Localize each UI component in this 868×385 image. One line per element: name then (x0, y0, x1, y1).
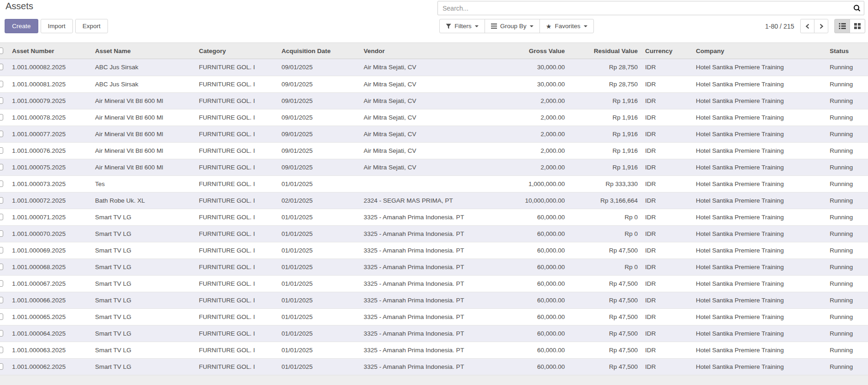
table-row[interactable]: 1.001.000079.2025Air Mineral Vit Btl 600… (0, 92, 868, 109)
cell-number: 1.001.000072.2025 (8, 192, 91, 209)
chevron-left-icon (805, 24, 810, 29)
column-header-status[interactable]: Status (826, 43, 868, 59)
cell-gross: 1,000,000.00 (476, 176, 569, 192)
table-row[interactable]: 1.001.000069.2025Smart TV LGFURNITURE GO… (0, 242, 868, 259)
pager-next-button[interactable] (814, 19, 828, 33)
import-button[interactable]: Import (41, 19, 73, 33)
column-header-asset-number[interactable]: Asset Number (8, 43, 91, 59)
cell-residual: Rp 28,750 (569, 59, 641, 76)
row-checkbox[interactable] (0, 230, 3, 237)
table-row[interactable]: 1.001.000071.2025Smart TV LGFURNITURE GO… (0, 209, 868, 225)
cell-category: FURNITURE GOL. I (195, 93, 278, 109)
cell-date: 01/01/2025 (278, 259, 360, 275)
table-row[interactable]: 1.001.000076.2025Air Mineral Vit Btl 600… (0, 142, 868, 159)
table-row[interactable]: 1.001.000065.2025Smart TV LGFURNITURE GO… (0, 308, 868, 325)
cell-currency: IDR (641, 325, 692, 342)
row-checkbox[interactable] (0, 180, 3, 187)
table-row[interactable]: 1.001.000081.2025ABC Jus SirsakFURNITURE… (0, 76, 868, 92)
row-checkbox[interactable] (0, 164, 3, 170)
table-row[interactable]: 1.001.000067.2025Smart TV LGFURNITURE GO… (0, 275, 868, 292)
row-checkbox[interactable] (0, 297, 3, 303)
column-header-currency[interactable]: Currency (641, 43, 692, 59)
table-row[interactable]: 1.001.000075.2025Air Mineral Vit Btl 600… (0, 159, 868, 175)
column-header-category[interactable]: Category (195, 43, 278, 59)
row-checkbox[interactable] (0, 313, 3, 320)
table-row[interactable]: 1.001.000066.2025Smart TV LGFURNITURE GO… (0, 292, 868, 308)
cell-number: 1.001.000075.2025 (8, 159, 91, 175)
row-checkbox[interactable] (0, 363, 3, 370)
cell-gross: 2,000.00 (476, 143, 569, 159)
cell-name: Air Mineral Vit Btl 600 Ml (91, 126, 195, 142)
row-checkbox[interactable] (0, 347, 3, 353)
assets-table: Asset Number Asset Name Category Acquisi… (0, 42, 868, 385)
cell-name: Smart TV LG (91, 242, 195, 259)
cell-number: 1.001.000077.2025 (8, 126, 91, 142)
column-header-company[interactable]: Company (692, 43, 826, 59)
column-header-vendor[interactable]: Vendor (360, 43, 476, 59)
table-row[interactable]: 1.001.000072.2025Bath Robe Uk. XLFURNITU… (0, 192, 868, 209)
pager-nav (800, 19, 828, 33)
cell-residual: Rp 1,916 (569, 109, 641, 126)
table-row[interactable]: 1.001.000073.2025TesFURNITURE GOL. I01/0… (0, 175, 868, 192)
cell-currency: IDR (641, 76, 692, 92)
pager-previous-button[interactable] (800, 19, 814, 33)
row-checkbox[interactable] (0, 131, 3, 137)
cell-currency: IDR (641, 109, 692, 126)
cell-company: Hotel Santika Premiere Training (692, 259, 826, 275)
row-checkbox[interactable] (0, 147, 3, 154)
cell-number: 1.001.000082.2025 (8, 59, 91, 76)
row-checkbox[interactable] (0, 64, 3, 70)
cell-currency: IDR (641, 309, 692, 325)
table-row[interactable]: 1.001.000082.2025ABC Jus SirsakFURNITURE… (0, 59, 868, 76)
cell-date: 09/01/2025 (278, 109, 360, 126)
cell-company: Hotel Santika Premiere Training (692, 176, 826, 192)
cell-company: Hotel Santika Premiere Training (692, 159, 826, 175)
row-checkbox[interactable] (0, 97, 3, 104)
column-header-gross-value[interactable]: Gross Value (476, 43, 569, 59)
cell-category: FURNITURE GOL. I (195, 242, 278, 259)
table-row[interactable]: 1.001.000068.2025Smart TV LGFURNITURE GO… (0, 259, 868, 275)
select-all-checkbox[interactable] (0, 48, 3, 54)
row-checkbox[interactable] (0, 114, 3, 120)
row-checkbox[interactable] (0, 264, 3, 270)
table-row[interactable]: 1.001.000077.2025Air Mineral Vit Btl 600… (0, 126, 868, 142)
group-by-button[interactable]: Group By (485, 19, 540, 33)
cell-currency: IDR (641, 192, 692, 209)
page-title: Assets (6, 1, 33, 12)
cell-status: Running (826, 259, 868, 275)
row-checkbox[interactable] (0, 214, 3, 220)
cell-status: Running (826, 93, 868, 109)
cell-name: Smart TV LG (91, 209, 195, 225)
create-button[interactable]: Create (5, 19, 38, 33)
table-row[interactable]: 1.001.000062.2025Smart TV LGFURNITURE GO… (0, 358, 868, 375)
search-input[interactable] (438, 5, 850, 12)
export-button[interactable]: Export (75, 19, 108, 33)
table-row[interactable]: 1.001.000063.2025Smart TV LGFURNITURE GO… (0, 342, 868, 358)
list-view-button[interactable] (834, 19, 850, 33)
row-checkbox[interactable] (0, 330, 3, 337)
table-row[interactable]: 1.001.000078.2025Air Mineral Vit Btl 600… (0, 109, 868, 126)
cell-gross: 60,000.00 (476, 226, 569, 242)
column-header-residual-value[interactable]: Residual Value (569, 43, 641, 59)
row-checkbox[interactable] (0, 247, 3, 253)
row-checkbox[interactable] (0, 280, 3, 287)
table-row[interactable]: 1.001.000064.2025Smart TV LGFURNITURE GO… (0, 325, 868, 342)
cell-vendor: 3325 - Amanah Prima Indonesia. PT (360, 259, 476, 275)
filters-button[interactable]: Filters (439, 19, 485, 33)
row-checkbox[interactable] (0, 197, 3, 204)
column-header-acquisition-date[interactable]: Acquisition Date (278, 43, 360, 59)
cell-gross: 60,000.00 (476, 209, 569, 225)
cell-number: 1.001.000078.2025 (8, 109, 91, 126)
kanban-view-button[interactable] (850, 19, 865, 33)
cell-category: FURNITURE GOL. I (195, 325, 278, 342)
toolbar: Create Import Export (5, 19, 108, 33)
favorites-button[interactable]: ★ Favorites (539, 19, 594, 33)
cell-number: 1.001.000070.2025 (8, 226, 91, 242)
column-header-asset-name[interactable]: Asset Name (91, 43, 195, 59)
row-checkbox[interactable] (0, 81, 3, 87)
cell-number: 1.001.000064.2025 (8, 325, 91, 342)
search-icon[interactable] (850, 4, 864, 12)
table-row[interactable]: 1.001.000070.2025Smart TV LGFURNITURE GO… (0, 225, 868, 242)
cell-company: Hotel Santika Premiere Training (692, 126, 826, 142)
cell-category: FURNITURE GOL. I (195, 143, 278, 159)
